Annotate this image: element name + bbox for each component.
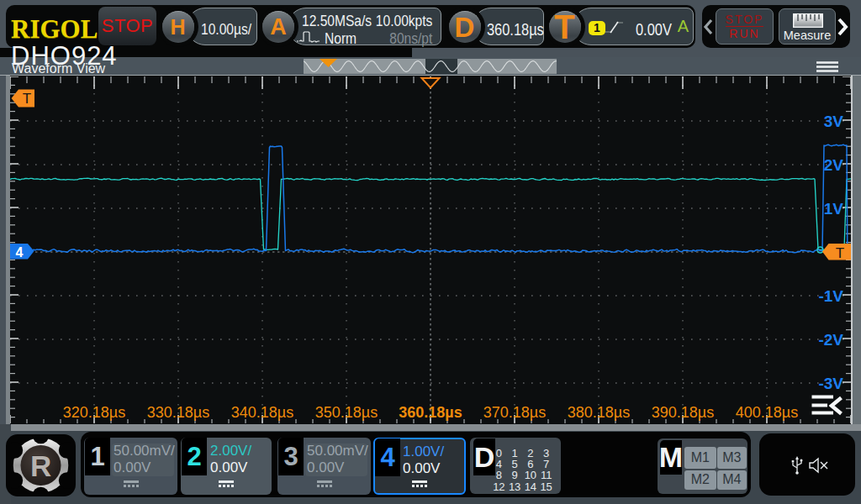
svg-text:T: T xyxy=(23,91,31,107)
svg-text:T: T xyxy=(836,245,844,261)
svg-text:4: 4 xyxy=(16,245,24,260)
svg-text:R: R xyxy=(30,449,51,482)
